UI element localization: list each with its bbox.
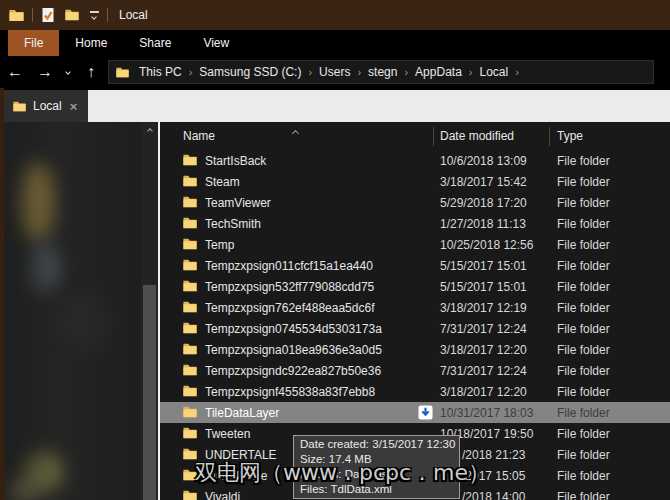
- date-modified-cell: 7/31/2017 12:24: [440, 364, 527, 378]
- scroll-up-button[interactable]: [141, 124, 158, 138]
- breadcrumb-item-appdata[interactable]: AppData: [410, 65, 467, 79]
- breadcrumb-item-users[interactable]: Users: [314, 65, 355, 79]
- date-modified-cell: 3/18/2017 12:20: [440, 385, 527, 399]
- ribbon-tab-file[interactable]: File: [8, 30, 59, 56]
- folder-icon: [182, 215, 198, 230]
- folder-icon: [182, 425, 198, 440]
- file-name: Tempzxpsign011cfcf15a1ea440: [205, 259, 373, 273]
- file-row-teamviewer[interactable]: TeamViewer5/29/2018 17:20File folder: [160, 192, 670, 213]
- tab-folder-icon: [12, 99, 27, 113]
- breadcrumb-separator-icon[interactable]: ›: [402, 66, 410, 78]
- breadcrumb-item-local[interactable]: Local: [474, 65, 513, 79]
- folder-icon: [182, 383, 198, 398]
- date-modified-cell: 10/25/2018 12:56: [440, 238, 533, 252]
- type-cell: File folder: [557, 175, 610, 189]
- explorer-window-folder-icon: [8, 7, 25, 23]
- type-cell: File folder: [557, 217, 610, 231]
- column-separator[interactable]: [549, 127, 550, 146]
- folder-icon: [182, 320, 198, 335]
- file-row-tempzxpsigna018ea9636e3a0d5[interactable]: Tempzxpsigna018ea9636e3a0d53/18/2017 12:…: [160, 339, 670, 360]
- file-row-tempzxpsign762ef488eaa5dc6f[interactable]: Tempzxpsign762ef488eaa5dc6f3/18/2017 12:…: [160, 297, 670, 318]
- file-explorer-window: Local FileHomeShareView ← → ↑ This PC›Sa…: [0, 0, 670, 500]
- qat-properties-icon[interactable]: [40, 7, 57, 23]
- file-row-steam[interactable]: Steam3/18/2017 15:42File folder: [160, 171, 670, 192]
- file-name: TileDataLayer: [205, 406, 279, 420]
- file-name: Tempzxpsign762ef488eaa5dc6f: [205, 301, 374, 315]
- type-cell: File folder: [557, 406, 610, 420]
- breadcrumb-item-this-pc[interactable]: This PC: [134, 65, 187, 79]
- file-row-techsmith[interactable]: TechSmith1/27/2018 11:13File folder: [160, 213, 670, 234]
- address-folder-icon: [115, 65, 130, 79]
- back-button[interactable]: ←: [0, 57, 30, 87]
- breadcrumb-item-stegn[interactable]: stegn: [363, 65, 402, 79]
- type-cell: File folder: [557, 490, 610, 500]
- date-modified-cell: 3/18/2017 12:19: [440, 301, 527, 315]
- recent-locations-chevron-icon[interactable]: [60, 70, 76, 74]
- column-header-type[interactable]: Type: [557, 129, 583, 143]
- forward-button[interactable]: →: [30, 57, 60, 87]
- breadcrumb-separator-icon[interactable]: ›: [306, 66, 314, 78]
- up-button[interactable]: ↑: [76, 57, 106, 87]
- scrollbar-thumb[interactable]: [143, 285, 156, 500]
- titlebar: Local: [0, 0, 670, 30]
- file-row-tempzxpsign011cfcf15a1ea440[interactable]: Tempzxpsign011cfcf15a1ea4405/15/2017 15:…: [160, 255, 670, 276]
- ribbon-tab-row: FileHomeShareView: [0, 30, 670, 56]
- file-row-tempzxpsign532ff779088cdd75[interactable]: Tempzxpsign532ff779088cdd755/15/2017 15:…: [160, 276, 670, 297]
- breadcrumb: This PC›Samsung SSD (C:)›Users›stegn›App…: [134, 65, 521, 79]
- navigation-pane[interactable]: [4, 122, 141, 500]
- type-cell: File folder: [557, 301, 610, 315]
- file-name: TeamViewer: [205, 196, 271, 210]
- folder-icon: [182, 278, 198, 293]
- file-row-startisback[interactable]: StartIsBack10/6/2018 13:09File folder: [160, 150, 670, 171]
- file-row-tiledatalayer[interactable]: TileDataLayer 10/31/2017 18:03File folde…: [160, 402, 670, 423]
- column-separator[interactable]: [433, 127, 434, 146]
- file-row-tempzxpsignf455838a83f7ebb8[interactable]: Tempzxpsignf455838a83f7ebb83/18/2017 12:…: [160, 381, 670, 402]
- window-title: Local: [119, 8, 148, 22]
- type-cell: File folder: [557, 322, 610, 336]
- breadcrumb-separator-icon[interactable]: ›: [467, 66, 475, 78]
- file-name: Tempzxpsigndc922ea827b50e36: [205, 364, 381, 378]
- type-cell: File folder: [557, 196, 610, 210]
- date-modified-cell: 5/15/2017 15:01: [440, 280, 527, 294]
- folder-icon: [182, 152, 198, 167]
- qat-divider: [32, 8, 33, 22]
- column-header-date-modified[interactable]: Date modified: [440, 129, 514, 143]
- column-header-row: Name Date modified Type: [160, 122, 670, 150]
- ribbon-tab-share[interactable]: Share: [123, 30, 187, 56]
- type-cell: File folder: [557, 427, 610, 441]
- type-cell: File folder: [557, 385, 610, 399]
- tooltip-date-created: Date created: 3/15/2017 12:30: [300, 437, 453, 452]
- date-modified-cell: 10/31/2017 18:03: [440, 406, 533, 420]
- address-bar[interactable]: This PC›Samsung SSD (C:)›Users›stegn›App…: [108, 60, 654, 84]
- ribbon-tab-view[interactable]: View: [187, 30, 245, 56]
- folder-icon: [182, 362, 198, 377]
- breadcrumb-separator-icon[interactable]: ›: [187, 66, 195, 78]
- folder-icon: [182, 173, 198, 188]
- file-row-tempzxpsigndc922ea827b50e36[interactable]: Tempzxpsigndc922ea827b50e367/31/2017 12:…: [160, 360, 670, 381]
- folder-icon: [182, 257, 198, 272]
- type-cell: File folder: [557, 364, 610, 378]
- file-row-tempzxpsign0745534d5303173a[interactable]: Tempzxpsign0745534d5303173a7/31/2017 12:…: [160, 318, 670, 339]
- tab-close-icon[interactable]: ×: [70, 99, 78, 114]
- type-cell: File folder: [557, 259, 610, 273]
- breadcrumb-separator-icon[interactable]: ›: [513, 66, 521, 78]
- qat-new-folder-icon[interactable]: [64, 7, 81, 23]
- file-name: Temp: [205, 238, 234, 252]
- file-row-temp[interactable]: Temp10/25/2018 12:56File folder: [160, 234, 670, 255]
- breadcrumb-item-samsung-ssd-c-[interactable]: Samsung SSD (C:): [194, 65, 306, 79]
- folder-icon: [182, 194, 198, 209]
- date-modified-cell: /2018 14:00: [462, 490, 525, 500]
- file-name: Tempzxpsigna018ea9636e3a0d5: [205, 343, 382, 357]
- breadcrumb-separator-icon[interactable]: ›: [355, 66, 363, 78]
- column-header-name[interactable]: Name: [183, 129, 215, 143]
- file-name: StartIsBack: [205, 154, 266, 168]
- folder-icon: [182, 299, 198, 314]
- folder-icon: [182, 446, 198, 461]
- tab-local[interactable]: Local ×: [3, 90, 88, 122]
- qat-customize-chevron-icon[interactable]: [88, 11, 100, 19]
- ribbon-tab-home[interactable]: Home: [59, 30, 123, 56]
- type-cell: File folder: [557, 469, 610, 483]
- file-name: Tempzxpsign532ff779088cdd75: [205, 280, 374, 294]
- date-modified-cell: 1/27/2018 11:13: [440, 217, 526, 231]
- type-cell: File folder: [557, 154, 610, 168]
